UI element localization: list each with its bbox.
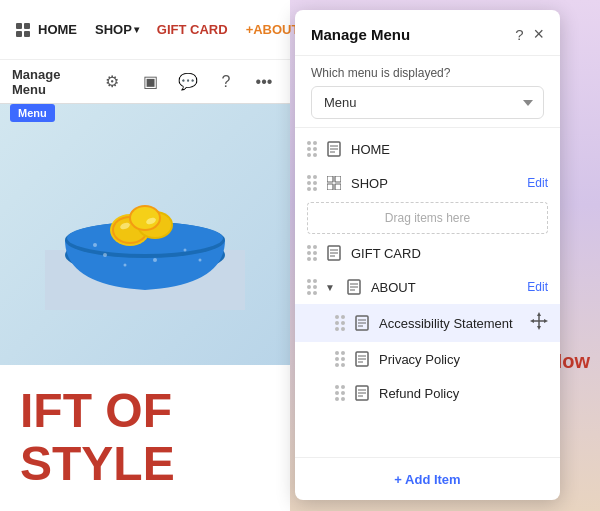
page-icon-giftcard <box>325 244 343 262</box>
menu-item-refund[interactable]: Refund Policy <box>295 376 560 410</box>
drag-handle-privacy[interactable] <box>335 351 345 367</box>
drag-handle-home[interactable] <box>307 141 317 157</box>
panel-footer: + Add Item <box>295 457 560 500</box>
panel-subheader: Which menu is displayed? Menu <box>295 56 560 127</box>
chevron-about-icon: ▼ <box>325 282 335 293</box>
svg-point-7 <box>184 249 187 252</box>
nav-shop[interactable]: SHOP ▾ <box>89 18 145 41</box>
drag-handle-giftcard[interactable] <box>307 245 317 261</box>
menu-item-shop[interactable]: SHOP Edit <box>295 166 560 200</box>
menu-item-privacy[interactable]: Privacy Policy <box>295 342 560 376</box>
nav-home[interactable]: HOME <box>10 18 83 41</box>
gear-icon[interactable]: ⚙ <box>98 68 126 96</box>
panel-header: Manage Menu ? × <box>295 10 560 56</box>
page-icon-about <box>345 278 363 296</box>
page-icon-privacy <box>353 350 371 368</box>
svg-point-4 <box>103 253 107 257</box>
add-item-button[interactable]: + Add Item <box>394 472 460 487</box>
drag-zone-label: Drag items here <box>385 211 470 225</box>
chat-icon[interactable]: 💬 <box>174 68 202 96</box>
svg-point-6 <box>153 258 157 262</box>
drag-drop-zone: Drag items here <box>307 202 548 234</box>
layout-icon[interactable]: ▣ <box>136 68 164 96</box>
menu-item-about[interactable]: ▼ ABOUT Edit <box>295 270 560 304</box>
page-icon-accessibility <box>353 314 371 332</box>
svg-point-8 <box>93 243 97 247</box>
svg-marker-42 <box>537 326 541 330</box>
svg-rect-26 <box>335 184 341 190</box>
drag-handle-refund[interactable] <box>335 385 345 401</box>
grid-icon <box>16 23 30 37</box>
menu-select[interactable]: Menu <box>311 86 544 119</box>
bowl-svg <box>45 130 245 310</box>
shop-label: SHOP <box>351 176 519 191</box>
more-icon[interactable]: ••• <box>250 68 278 96</box>
toolbar: Manage Menu ⚙ ▣ 💬 ? ••• <box>0 60 290 104</box>
panel-header-icons: ? × <box>515 24 544 45</box>
panel-question-button[interactable]: ? <box>515 26 523 43</box>
grid-icon-shop <box>325 174 343 192</box>
nav-bar: HOME SHOP ▾ GIFT CARD +ABOUT <box>0 0 290 60</box>
nav-giftcard[interactable]: GIFT CARD <box>151 18 234 41</box>
drag-handle-shop[interactable] <box>307 175 317 191</box>
accessibility-label: Accessibility Statement <box>379 316 522 331</box>
hero-text-content: IFT OF STYLE <box>20 385 270 491</box>
menu-item-home[interactable]: HOME <box>295 132 560 166</box>
page-icon-refund <box>353 384 371 402</box>
home-label: HOME <box>351 142 548 157</box>
about-edit-button[interactable]: Edit <box>527 280 548 294</box>
svg-point-5 <box>124 264 127 267</box>
toolbar-title: Manage Menu <box>12 67 88 97</box>
svg-rect-25 <box>327 184 333 190</box>
which-menu-label: Which menu is displayed? <box>311 66 544 80</box>
svg-marker-41 <box>537 312 541 316</box>
menu-list: HOME SHOP Edit Drag items here GIFT <box>295 127 560 457</box>
svg-point-16 <box>131 207 159 229</box>
drag-handle-about[interactable] <box>307 279 317 295</box>
drag-handle-accessibility[interactable] <box>335 315 345 331</box>
question-icon[interactable]: ? <box>212 68 240 96</box>
svg-marker-44 <box>544 319 548 323</box>
about-label: ABOUT <box>371 280 519 295</box>
panel-title: Manage Menu <box>311 26 410 43</box>
privacy-label: Privacy Policy <box>379 352 548 367</box>
menu-item-giftcard[interactable]: GIFT CARD <box>295 236 560 270</box>
panel-close-button[interactable]: × <box>533 24 544 45</box>
shop-edit-button[interactable]: Edit <box>527 176 548 190</box>
page-icon-home <box>325 140 343 158</box>
svg-rect-24 <box>335 176 341 182</box>
svg-rect-23 <box>327 176 333 182</box>
svg-marker-43 <box>530 319 534 323</box>
hero-text: IFT OF STYLE <box>0 365 290 511</box>
chevron-down-icon: ▾ <box>134 24 139 35</box>
menu-tag[interactable]: Menu <box>10 104 55 122</box>
giftcard-label: GIFT CARD <box>351 246 548 261</box>
refund-label: Refund Policy <box>379 386 548 401</box>
move-icon <box>530 312 548 334</box>
menu-item-accessibility[interactable]: Accessibility Statement <box>295 304 560 342</box>
svg-point-9 <box>199 259 202 262</box>
manage-menu-panel: Manage Menu ? × Which menu is displayed?… <box>295 10 560 500</box>
